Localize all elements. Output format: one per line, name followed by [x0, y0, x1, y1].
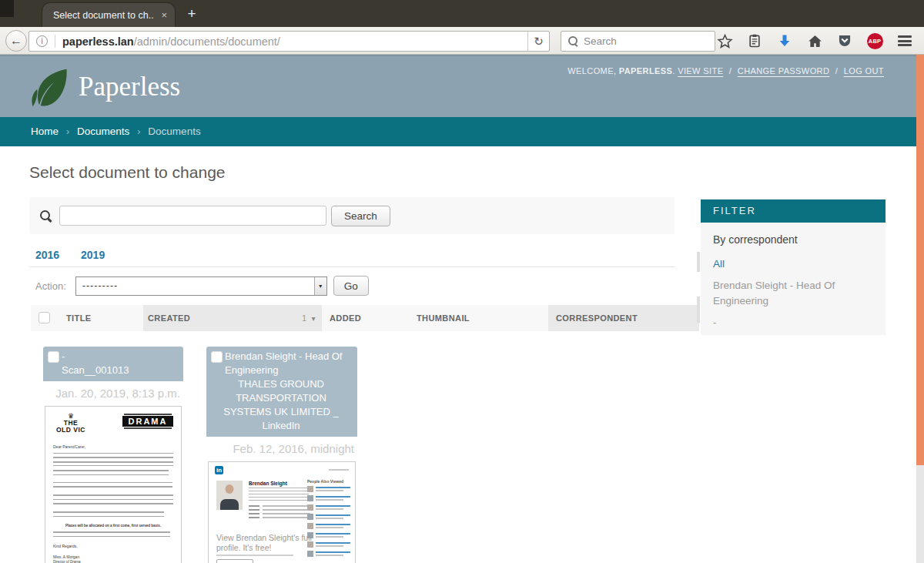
reload-icon[interactable]: ↻ [527, 32, 549, 51]
column-thumbnail: THUMBNAIL [408, 305, 548, 331]
profile-detail-rows [249, 505, 310, 521]
admin-search-module: Search [29, 197, 675, 234]
filter-option-none[interactable]: - [713, 315, 850, 330]
year-link-2016[interactable]: 2016 [35, 249, 59, 261]
select-dropdown-icon: ▼ [314, 277, 326, 295]
select-all-checkbox[interactable] [38, 312, 50, 323]
document-card-header[interactable]: - Scan__001013 [43, 347, 183, 381]
letter-logos: ♛ THE OLD VIC DRAMA [52, 413, 175, 439]
sort-toggle-icon[interactable]: ▾ [312, 314, 316, 323]
letter-paragraph [53, 531, 170, 540]
document-correspondent-label: - [62, 350, 177, 364]
brand[interactable]: Paperless [29, 65, 180, 109]
view-site-link[interactable]: VIEW SITE [678, 66, 723, 75]
column-added[interactable]: ADDED [322, 305, 408, 331]
brand-name: Paperless [79, 72, 180, 102]
bookmark-star-icon[interactable] [715, 31, 735, 51]
breadcrumb: Home › Documents › Documents [0, 117, 924, 146]
pocket-icon[interactable] [835, 31, 855, 51]
sort-widgets: 1▾ [302, 305, 316, 332]
people-also-viewed: People Also Viewed [307, 479, 350, 560]
results-table-header: TITLE CREATED 1▾ ADDED THUMBNAIL CORRESP… [31, 305, 699, 331]
document-thumbnail[interactable]: ♛ THE OLD VIC DRAMA Dear Parent/Carer, [45, 406, 182, 563]
letter-closing: Kind Regards, [53, 544, 173, 548]
letter-paragraph [53, 494, 173, 508]
url-text: paperless.lan/admin/documents/document/ [62, 35, 527, 48]
admin-search-input[interactable] [59, 206, 326, 226]
breadcrumb-home-link[interactable]: Home [31, 126, 59, 137]
menu-icon[interactable] [895, 31, 915, 51]
breadcrumb-documents-link[interactable]: Documents [77, 126, 129, 137]
profile-photo [216, 481, 243, 510]
window-corner [0, 0, 14, 17]
browser-tab[interactable]: Select document to ch... × [42, 3, 175, 27]
sort-priority: 1 [302, 313, 307, 323]
document-created-date: Feb. 12, 2016, midnight [206, 442, 357, 455]
adblock-icon[interactable]: ABP [865, 31, 885, 51]
browser-search-bar[interactable] [561, 31, 715, 52]
document-title-link[interactable]: Scan__001013 [62, 364, 177, 377]
link-separator: / [835, 66, 838, 75]
reading-list-icon[interactable] [745, 31, 765, 51]
welcome-dot: . [672, 66, 675, 75]
filter-section-title: By correspondent [713, 233, 873, 246]
go-button[interactable]: Go [333, 276, 369, 296]
scrollbar-thumb[interactable] [916, 55, 924, 465]
tab-close-icon[interactable]: × [153, 9, 175, 21]
letter-salutation: Dear Parent/Carer, [53, 444, 173, 449]
url-bar[interactable]: i paperless.lan/admin/documents/document… [28, 31, 550, 52]
tab-title: Select document to ch... [42, 10, 153, 21]
url-path: /admin/documents/document/ [134, 35, 280, 48]
avatar [307, 486, 313, 492]
old-vic-logo-text: THE OLD VIC [56, 420, 85, 434]
change-password-link[interactable]: CHANGE PASSWORD [738, 66, 829, 75]
admin-search-button[interactable]: Search [331, 206, 390, 226]
avatar [307, 504, 313, 511]
avatar [307, 523, 313, 529]
column-correspondent[interactable]: CORRESPONDENT [548, 305, 699, 331]
browser-toolbar: ← i paperless.lan/admin/documents/docume… [0, 27, 924, 55]
row-checkbox[interactable] [48, 351, 59, 363]
letter-signature-block: Miss. A Morgan Director of Drama [52, 555, 175, 563]
document-correspondent-label: Brendan Sleight - Head Of Engineering [225, 350, 351, 377]
letter-paragraph [53, 470, 169, 478]
letter-signature: Miss. A Morgan [53, 555, 173, 559]
browser-search-input[interactable] [584, 35, 699, 47]
filter-scroll-marker [697, 252, 700, 272]
linkedin-cta-subline [216, 555, 293, 556]
adblock-badge: ABP [867, 33, 883, 49]
back-button[interactable]: ← [5, 30, 27, 52]
document-card-header[interactable]: Brendan Sleight - Head Of Engineering TH… [206, 347, 357, 437]
column-created[interactable]: CREATED 1▾ [143, 305, 322, 331]
linkedin-cta-text: View Brendan Sleight's full profile. It'… [216, 533, 312, 552]
user-tools: WELCOME, PAPERLESS. VIEW SITE / CHANGE P… [567, 66, 884, 75]
download-icon[interactable] [775, 31, 795, 51]
url-separator [55, 35, 55, 48]
document-thumbnail[interactable]: in Brendan Sleight People Also Viewed [208, 461, 356, 563]
breadcrumb-separator: › [137, 126, 141, 137]
scrollbar-track[interactable] [916, 55, 924, 563]
row-checkbox[interactable] [211, 351, 223, 363]
breadcrumb-current: Documents [148, 126, 200, 137]
linkedin-topnav-line [329, 469, 349, 471]
action-select[interactable]: --------- ▼ [75, 276, 327, 296]
admin-search-icon [40, 210, 52, 222]
log-out-link[interactable]: LOG OUT [844, 66, 884, 75]
document-title-link[interactable]: THALES GROUND TRANSPORTATION SYSTEMS UK … [211, 377, 351, 433]
letter-paragraph [53, 453, 173, 466]
year-link-2019[interactable]: 2019 [81, 249, 105, 261]
letter-paragraph [53, 511, 164, 520]
profile-name: Brendan Sleight [249, 481, 287, 486]
filter-option-all[interactable]: All [713, 256, 850, 272]
date-hierarchy: 2016 2019 [35, 249, 123, 261]
site-header: Paperless WELCOME, PAPERLESS. VIEW SITE … [0, 55, 924, 117]
document-card: Brendan Sleight - Head Of Engineering TH… [206, 347, 357, 563]
home-icon[interactable] [805, 31, 825, 51]
new-tab-button[interactable]: + [179, 3, 205, 25]
date-hierarchy-divider [29, 266, 675, 267]
drama-logo-caption [124, 427, 172, 429]
drama-logo-caption [124, 414, 172, 415]
column-title[interactable]: TITLE [59, 305, 143, 331]
site-info-icon[interactable]: i [36, 35, 48, 47]
filter-option-brendan-sleight[interactable]: Brendan Sleight - Head Of Engineering [713, 278, 850, 309]
